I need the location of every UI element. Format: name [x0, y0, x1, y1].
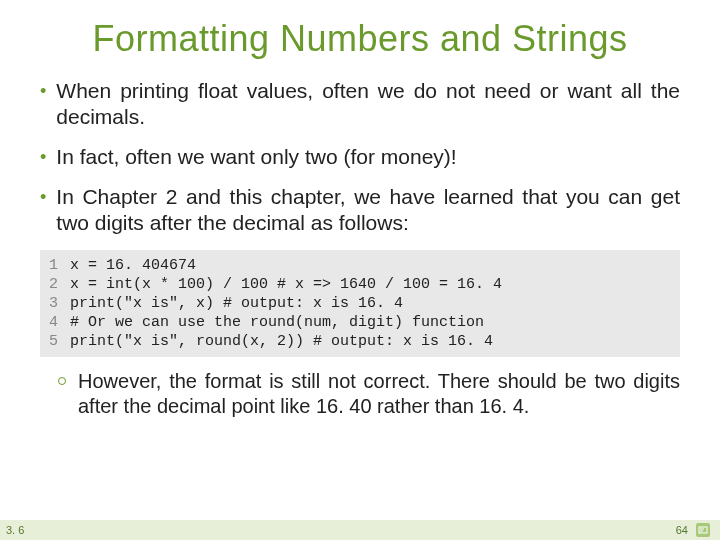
footer-right: 64	[676, 523, 710, 537]
slide: Formatting Numbers and Strings • When pr…	[0, 0, 720, 540]
line-number: 5	[40, 332, 70, 351]
slide-title: Formatting Numbers and Strings	[40, 18, 680, 60]
ring-bullet-icon	[58, 377, 66, 385]
footer-bar: 3. 6 64	[0, 520, 720, 540]
bullet-text: When printing float values, often we do …	[56, 78, 680, 130]
line-number: 1	[40, 256, 70, 275]
code-line: 3 print("x is", x) # output: x is 16. 4	[40, 294, 680, 313]
presentation-icon	[696, 523, 710, 537]
bullet-text: In Chapter 2 and this chapter, we have l…	[56, 184, 680, 236]
bullet-item: • When printing float values, often we d…	[40, 78, 680, 130]
code-text: # Or we can use the round(num, digit) fu…	[70, 313, 484, 332]
bullet-text: In fact, often we want only two (for mon…	[56, 144, 456, 170]
sub-bullet-item: However, the format is still not correct…	[58, 369, 680, 419]
section-number: 3. 6	[6, 524, 24, 536]
code-text: print("x is", round(x, 2)) # output: x i…	[70, 332, 493, 351]
line-number: 2	[40, 275, 70, 294]
code-line: 2 x = int(x * 100) / 100 # x => 1640 / 1…	[40, 275, 680, 294]
code-text: x = 16. 404674	[70, 256, 196, 275]
bullet-dot-icon: •	[40, 78, 46, 104]
code-text: x = int(x * 100) / 100 # x => 1640 / 100…	[70, 275, 502, 294]
code-line: 1 x = 16. 404674	[40, 256, 680, 275]
bullet-item: • In fact, often we want only two (for m…	[40, 144, 680, 170]
code-text: print("x is", x) # output: x is 16. 4	[70, 294, 403, 313]
line-number: 4	[40, 313, 70, 332]
code-line: 5 print("x is", round(x, 2)) # output: x…	[40, 332, 680, 351]
code-line: 4 # Or we can use the round(num, digit) …	[40, 313, 680, 332]
line-number: 3	[40, 294, 70, 313]
bullet-dot-icon: •	[40, 144, 46, 170]
bullet-dot-icon: •	[40, 184, 46, 210]
sub-bullet-text: However, the format is still not correct…	[78, 369, 680, 419]
bullet-item: • In Chapter 2 and this chapter, we have…	[40, 184, 680, 236]
page-number: 64	[676, 524, 688, 536]
svg-rect-0	[699, 527, 707, 533]
code-block: 1 x = 16. 404674 2 x = int(x * 100) / 10…	[40, 250, 680, 357]
